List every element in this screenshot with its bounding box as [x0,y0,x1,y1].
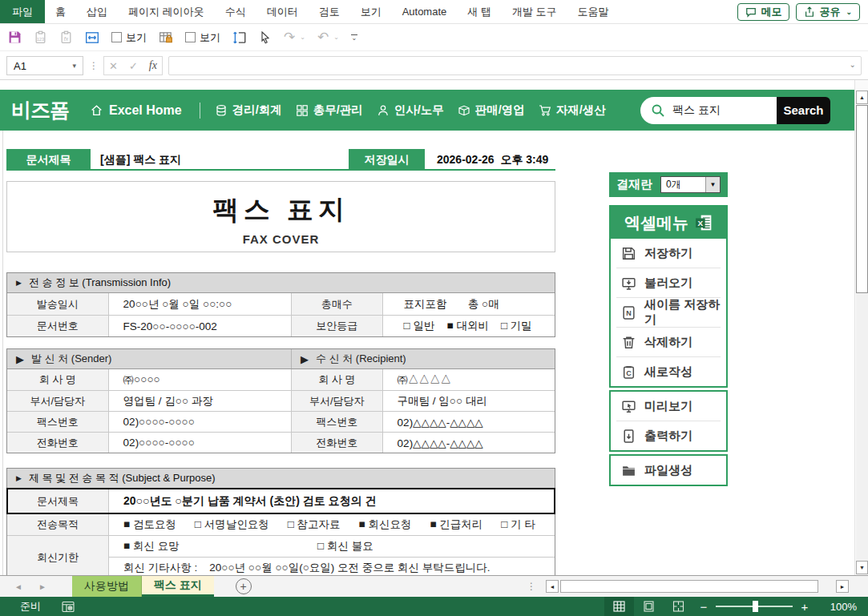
sheet-tab-usage[interactable]: 사용방법 [72,576,142,597]
row-height-button[interactable] [232,30,247,45]
menu-hr[interactable]: 인사/노무 [377,103,444,118]
cell-value[interactable]: 표지포함 총 ○매 [383,293,555,315]
purpose-option[interactable]: ■ 회신요청 [359,517,412,532]
redo-button[interactable]: ↷ ⌄ [284,30,305,44]
tab-page-layout[interactable]: 페이지 레이아웃 [118,0,215,23]
zoom-in-button[interactable]: + [794,600,815,614]
menu-item-save[interactable]: 저장하기 [611,239,726,268]
paste-formulas-button[interactable]: fx [59,30,73,44]
save-button[interactable] [8,30,22,44]
customize-qat-button[interactable]: ⌄ [351,34,357,40]
undo-button[interactable]: ↶ ⌄ [317,30,339,44]
zoom-out-button[interactable]: − [693,600,714,614]
undo-chevron-icon[interactable]: ⌄ [333,34,339,41]
menu-accounting[interactable]: 경리/회계 [215,103,282,118]
search-button[interactable]: Search [777,97,830,124]
approval-dropdown-icon[interactable]: ▼ [705,177,720,192]
tab-file[interactable]: 파일 [0,0,45,23]
purpose-option[interactable]: ■ 검토요청 [123,517,176,532]
hscroll-right-icon[interactable]: ► [836,580,849,593]
menu-general-affairs[interactable]: 총무/관리 [296,103,363,118]
zoom-slider-thumb[interactable] [753,601,758,612]
reply-option[interactable]: ■ 회신 요망 [123,539,317,554]
cell-value[interactable]: FS-20○○-○○○○-002 [109,316,291,336]
zoom-percentage[interactable]: 100% [815,601,857,613]
checkbox-icon[interactable] [185,32,196,42]
bizform-logo[interactable]: 비즈폼 [11,97,69,123]
zoom-slider[interactable] [716,606,793,607]
sheet-nav-right-icon[interactable]: ► [38,582,46,591]
column-width-button[interactable] [85,30,99,45]
reply-option[interactable]: □ 회신 불요 [317,539,373,554]
menu-item-file-create[interactable]: 파일생성 [611,456,726,485]
normal-view-button[interactable] [604,597,634,616]
macro-record-icon[interactable] [62,601,75,613]
cell-value[interactable]: 02)△△△△-△△△△ [383,433,555,453]
cell-value[interactable]: 구매팀 / 임○○ 대리 [383,391,555,411]
purpose-option[interactable]: ■ 긴급처리 [430,517,482,532]
page-break-view-button[interactable] [664,597,693,616]
scroll-up-icon[interactable]: ▲ [856,91,868,104]
view-toggle-2[interactable]: 보기 [185,30,220,45]
tab-new-tab[interactable]: 새 탭 [457,0,502,23]
vertical-scrollbar-thumb[interactable] [856,105,868,293]
menu-item-save-as[interactable]: N 새이름 저장하기 [611,298,726,327]
cell-value[interactable]: 02)○○○○-○○○○ [109,433,291,453]
cell-value[interactable]: 02)△△△△-△△△△ [383,412,555,432]
sheet-tab-fax-cover[interactable]: 팩스 표지 [142,576,214,597]
menu-production[interactable]: 자재/생산 [539,103,606,118]
vertical-scrollbar-track[interactable] [856,293,868,561]
share-chevron-icon[interactable]: ⌄ [846,8,852,16]
comments-button[interactable]: 메모 [737,3,789,21]
vertical-scrollbar[interactable]: ▲ ▼ [854,80,868,575]
cell-value[interactable]: 02)○○○○-○○○○ [109,412,291,432]
redo-chevron-icon[interactable]: ⌄ [300,34,305,41]
enter-icon[interactable]: ✓ [129,60,138,72]
tab-automate[interactable]: Automate [392,0,458,23]
checkbox-icon[interactable] [111,32,122,42]
sheet-nav-left-icon[interactable]: ◄ [14,582,22,591]
purpose-option[interactable]: □ 참고자료 [288,517,341,532]
tab-formulas[interactable]: 수식 [215,0,256,23]
doc-subject-value[interactable]: 20○○년도 ○분기 납품 계약서 (초안) 검토 요청의 건 [109,489,555,513]
cell-value[interactable]: □ 일반 ■ 대외비 □ 기밀 [383,316,555,336]
purpose-option[interactable]: □ 기 타 [501,517,535,532]
add-sheet-button[interactable]: + [236,578,252,594]
menu-item-preview[interactable]: 미리보기 [611,392,726,421]
menu-item-delete[interactable]: 삭제하기 [611,328,726,356]
tab-help[interactable]: 도움말 [567,0,620,23]
view-toggle-1[interactable]: 보기 [111,30,147,45]
formula-expand-chevron-icon[interactable]: ⌄ [850,60,856,69]
cell-value[interactable]: 20○○년 ○월 ○일 ○○:○○ [109,293,291,315]
reply-note[interactable]: 회신 기타사항 : 20○○년 ○○월 ○○일(○요일) 오전 중으로 회신 부… [123,561,491,575]
tab-developer[interactable]: 개발 도구 [502,0,567,23]
tab-data[interactable]: 데이터 [256,0,309,23]
insert-function-icon[interactable]: fx [149,59,157,72]
search-input[interactable]: 팩스 표지 [640,97,777,124]
tab-review[interactable]: 검토 [309,0,350,23]
page-layout-view-button[interactable] [634,597,664,616]
cancel-icon[interactable]: ✕ [109,60,118,72]
tab-view[interactable]: 보기 [350,0,392,23]
tab-insert[interactable]: 삽입 [76,0,118,23]
excel-home-link[interactable]: Excel Home [90,103,182,118]
protect-sheet-button[interactable] [159,30,173,45]
hscroll-left-icon[interactable]: ◄ [546,580,559,593]
formula-input[interactable]: ⌄ [168,56,862,75]
menu-item-print[interactable]: 출력하기 [611,421,726,450]
sheetbar-dots-icon[interactable]: ⋮ [527,581,536,592]
name-box-chevron-icon[interactable]: ▾ [72,62,76,70]
menu-item-load[interactable]: 불러오기 [611,268,726,297]
select-cursor-button[interactable] [259,31,272,44]
cell-value[interactable]: ㈜△△△△ [383,369,555,390]
purpose-option[interactable]: □ 서명날인요청 [195,517,269,532]
horizontal-scrollbar[interactable]: ◄ ► [546,580,849,593]
menu-item-new[interactable]: C 새로작성 [611,357,726,386]
menu-sales[interactable]: 판매/영업 [458,103,525,118]
cell-value[interactable]: 영업팀 / 김○○ 과장 [109,391,291,411]
scroll-down-icon[interactable]: ▼ [856,561,868,574]
horizontal-scrollbar-thumb[interactable] [560,580,818,593]
share-button[interactable]: 공유 ⌄ [796,3,860,21]
approval-select[interactable]: 0개 ▼ [660,176,721,193]
cell-value[interactable]: ㈜○○○○ [109,369,291,390]
